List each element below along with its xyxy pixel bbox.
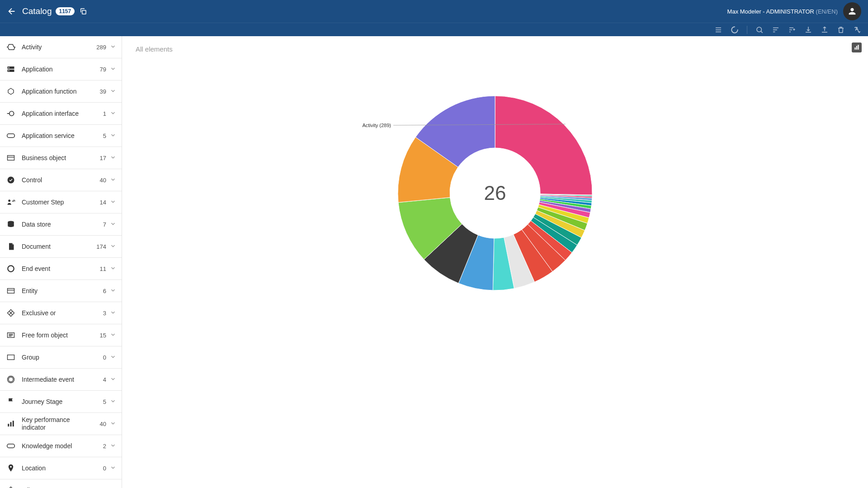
translate-icon[interactable]	[853, 26, 861, 34]
sidebar-item-label: Application function	[22, 88, 94, 95]
control-icon	[5, 176, 16, 184]
user-lang: (EN/EN)	[816, 8, 838, 15]
user-name: Max Modeler - ADMINISTRATOR	[727, 8, 814, 15]
arrow-left-icon	[7, 6, 17, 16]
page-title: Catalog	[22, 6, 52, 16]
header: Catalog 1157 Max Modeler - ADMINISTRATOR…	[0, 0, 868, 23]
svg-rect-0	[82, 10, 86, 14]
sidebar-item-group[interactable]: Group 0	[0, 346, 122, 369]
chevron-down-icon	[110, 332, 116, 339]
freeform-icon	[5, 332, 16, 338]
chevron-down-icon	[110, 287, 116, 295]
sidebar-item-label: Location	[22, 464, 94, 472]
sidebar-item-count: 79	[94, 66, 106, 73]
sidebar-item-journey[interactable]: Journey Stage 5	[0, 391, 122, 413]
svg-point-23	[8, 177, 14, 184]
svg-point-35	[9, 377, 14, 382]
search-icon[interactable]	[755, 26, 764, 34]
sidebar-item-appif[interactable]: Application interface 1	[0, 103, 122, 125]
chevron-down-icon	[110, 176, 116, 184]
sidebar-item-location[interactable]: Location 0	[0, 457, 122, 479]
appfunc-icon	[5, 87, 16, 95]
svg-rect-27	[8, 289, 14, 294]
sidebar-item-activity[interactable]: Activity 289	[0, 36, 122, 58]
sidebar-item-label: Exclusive or	[22, 309, 94, 317]
location-icon	[5, 464, 16, 472]
knowledge-icon	[5, 443, 16, 449]
sidebar-item-label: Journey Stage	[22, 398, 94, 406]
sidebar-item-label: Knowledge model	[22, 442, 94, 450]
sidebar-item-label: Application	[22, 66, 94, 73]
sidebar-item-label: Free form object	[22, 332, 94, 339]
chart-slice[interactable]	[495, 96, 592, 195]
svg-point-40	[10, 466, 12, 468]
sidebar-item-custstep[interactable]: Customer Step 14	[0, 191, 122, 213]
sidebar-item-label: Data store	[22, 221, 94, 228]
user-info: Max Modeler - ADMINISTRATOR (EN/EN)	[727, 8, 838, 15]
chevron-down-icon	[110, 132, 116, 140]
sort-icon[interactable]	[772, 26, 780, 34]
journey-icon	[5, 398, 16, 406]
sidebar-item-app[interactable]: Application 79	[0, 58, 122, 81]
chevron-down-icon	[110, 243, 116, 251]
sidebar-item-kpi[interactable]: Key performance indicator 40	[0, 413, 122, 435]
count-badge: 1157	[56, 7, 75, 15]
sidebar-item-knowledge[interactable]: Knowledge model 2	[0, 435, 122, 457]
main-title: All elements	[136, 45, 854, 53]
chart-container: 26 Activity (289)	[136, 57, 854, 329]
sidebar-item-datastore[interactable]: Data store 7	[0, 213, 122, 236]
sidebar-item-count: 174	[94, 243, 106, 250]
sidebar-item-count: 7	[94, 221, 106, 228]
document-icon	[5, 242, 16, 251]
sidebar-item-count: 40	[94, 421, 106, 427]
svg-rect-38	[13, 421, 14, 426]
entity-icon	[5, 288, 16, 294]
loading-icon[interactable]	[731, 26, 739, 34]
chevron-down-icon	[110, 398, 116, 406]
donut-chart: 26	[391, 89, 599, 297]
list-icon[interactable]	[714, 26, 722, 34]
sidebar-item-count: 6	[94, 288, 106, 294]
svg-point-4	[757, 27, 762, 32]
sidebar-item-label: Application interface	[22, 110, 94, 118]
sidebar-item-freeform[interactable]: Free form object 15	[0, 324, 122, 346]
bizobj-icon	[5, 155, 16, 161]
delete-icon[interactable]	[837, 26, 845, 34]
copy-button[interactable]	[79, 7, 87, 15]
chart-view-button[interactable]	[852, 43, 862, 52]
sidebar-item-count: 289	[94, 44, 106, 51]
chart-icon	[854, 44, 860, 51]
sidebar-item-bizobj[interactable]: Business object 17	[0, 147, 122, 169]
sidebar-item-label: End event	[22, 265, 94, 273]
upload-icon[interactable]	[821, 26, 829, 34]
sidebar-item-control[interactable]: Control 40	[0, 169, 122, 191]
back-button[interactable]	[7, 6, 17, 16]
sidebar-item-exclusive[interactable]: Exclusive or 3	[0, 302, 122, 324]
sidebar-item-count: 11	[94, 265, 106, 272]
chevron-down-icon	[110, 442, 116, 450]
download-icon[interactable]	[804, 26, 812, 34]
sidebar-item-endevent[interactable]: End event 11	[0, 258, 122, 280]
sidebar-item-appfunc[interactable]: Application function 39	[0, 81, 122, 103]
avatar[interactable]	[843, 2, 861, 20]
sidebar-item-milestone[interactable]: Milestone 0	[0, 479, 122, 488]
kpi-icon	[5, 420, 16, 427]
chevron-down-icon	[110, 376, 116, 384]
sidebar-item-count: 2	[94, 443, 106, 450]
filter-add-icon[interactable]	[788, 26, 796, 34]
sidebar-item-entity[interactable]: Entity 6	[0, 280, 122, 302]
sidebar-item-intevent[interactable]: Intermediate event 4	[0, 369, 122, 391]
group-icon	[5, 354, 16, 360]
svg-point-18	[9, 111, 14, 116]
main-content: All elements 26 Activity (289)	[122, 36, 868, 488]
activity-icon	[5, 43, 16, 51]
sidebar-item-label: Customer Step	[22, 199, 94, 206]
sidebar-item-label: Activity	[22, 43, 94, 51]
chevron-down-icon	[110, 88, 116, 95]
chevron-down-icon	[110, 66, 116, 73]
chevron-down-icon	[110, 464, 116, 472]
sidebar-item-label: Group	[22, 354, 94, 361]
sidebar-item-appsvc[interactable]: Application service 5	[0, 125, 122, 147]
sidebar-item-document[interactable]: Document 174	[0, 236, 122, 258]
sidebar-item-count: 0	[94, 354, 106, 361]
